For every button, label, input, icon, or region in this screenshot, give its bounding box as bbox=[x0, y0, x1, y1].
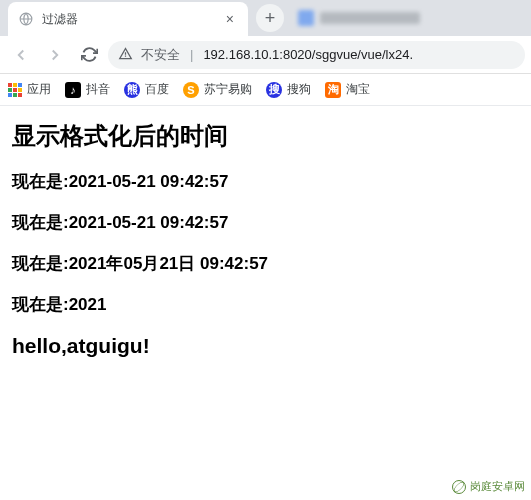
suning-icon: S bbox=[183, 82, 199, 98]
globe-icon bbox=[18, 11, 34, 27]
url-text: 192.168.10.1:8020/sggvue/vue/lx24. bbox=[203, 47, 413, 62]
warning-icon bbox=[118, 46, 133, 64]
bookmark-label: 抖音 bbox=[86, 81, 110, 98]
time-line-2: 现在是:2021-05-21 09:42:57 bbox=[12, 211, 519, 234]
divider: | bbox=[190, 47, 193, 62]
baidu-icon: 熊 bbox=[124, 82, 140, 98]
bookmark-apps[interactable]: 应用 bbox=[8, 81, 51, 98]
sougou-icon: 搜 bbox=[266, 82, 282, 98]
footer-text: hello,atguigu! bbox=[12, 334, 519, 358]
bookmark-baidu[interactable]: 熊 百度 bbox=[124, 81, 169, 98]
background-tab[interactable] bbox=[298, 10, 420, 26]
active-tab[interactable]: 过滤器 × bbox=[8, 2, 248, 36]
new-tab-button[interactable]: + bbox=[256, 4, 284, 32]
taobao-icon: 淘 bbox=[325, 82, 341, 98]
reload-button[interactable] bbox=[74, 40, 104, 70]
watermark-text: 岗庭安卓网 bbox=[470, 479, 525, 494]
bookmark-label: 搜狗 bbox=[287, 81, 311, 98]
watermark-icon bbox=[452, 480, 466, 494]
tab-bar: 过滤器 × + bbox=[0, 0, 531, 36]
douyin-icon: ♪ bbox=[65, 82, 81, 98]
security-label: 不安全 bbox=[141, 46, 180, 64]
bookmark-bar: 应用 ♪ 抖音 熊 百度 S 苏宁易购 搜 搜狗 淘 淘宝 bbox=[0, 74, 531, 106]
time-line-4: 现在是:2021 bbox=[12, 293, 519, 316]
forward-button[interactable] bbox=[40, 40, 70, 70]
tab-title: 过滤器 bbox=[42, 11, 214, 28]
apps-icon bbox=[8, 83, 22, 97]
bookmark-douyin[interactable]: ♪ 抖音 bbox=[65, 81, 110, 98]
bookmark-label: 淘宝 bbox=[346, 81, 370, 98]
bookmark-suning[interactable]: S 苏宁易购 bbox=[183, 81, 252, 98]
page-content: 显示格式化后的时间 现在是:2021-05-21 09:42:57 现在是:20… bbox=[0, 106, 531, 500]
close-icon[interactable]: × bbox=[222, 11, 238, 27]
address-bar[interactable]: 不安全 | 192.168.10.1:8020/sggvue/vue/lx24. bbox=[108, 41, 525, 69]
time-line-1: 现在是:2021-05-21 09:42:57 bbox=[12, 170, 519, 193]
time-line-3: 现在是:2021年05月21日 09:42:57 bbox=[12, 252, 519, 275]
bookmark-sougou[interactable]: 搜 搜狗 bbox=[266, 81, 311, 98]
bookmark-label: 应用 bbox=[27, 81, 51, 98]
toolbar: 不安全 | 192.168.10.1:8020/sggvue/vue/lx24. bbox=[0, 36, 531, 74]
page-title: 显示格式化后的时间 bbox=[12, 120, 519, 152]
watermark: 岗庭安卓网 bbox=[452, 479, 525, 494]
bookmark-label: 百度 bbox=[145, 81, 169, 98]
bookmark-taobao[interactable]: 淘 淘宝 bbox=[325, 81, 370, 98]
bookmark-label: 苏宁易购 bbox=[204, 81, 252, 98]
back-button[interactable] bbox=[6, 40, 36, 70]
